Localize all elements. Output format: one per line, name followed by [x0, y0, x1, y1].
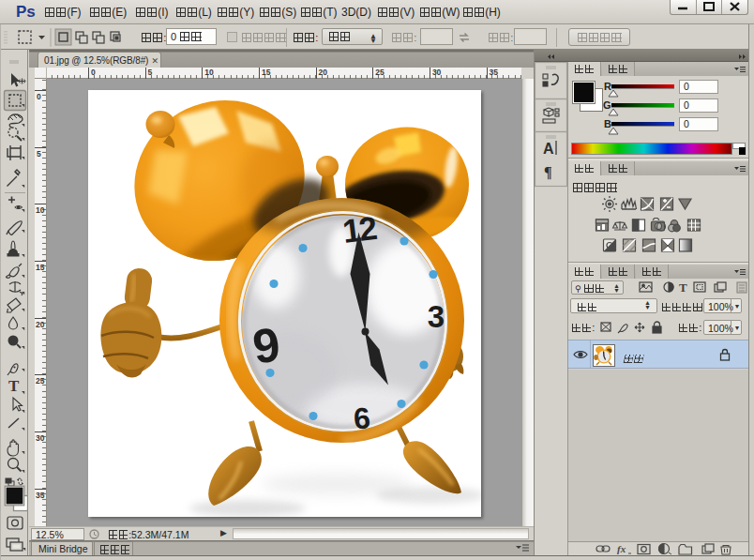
svg-text:A: A: [543, 141, 554, 157]
svg-text:T: T: [8, 377, 20, 395]
svg-text:T: T: [679, 280, 687, 295]
svg-text:fx: fx: [617, 543, 626, 554]
svg-text:¶: ¶: [544, 164, 552, 180]
svg-text:3: 3: [428, 299, 445, 334]
svg-text:6: 6: [353, 401, 372, 435]
